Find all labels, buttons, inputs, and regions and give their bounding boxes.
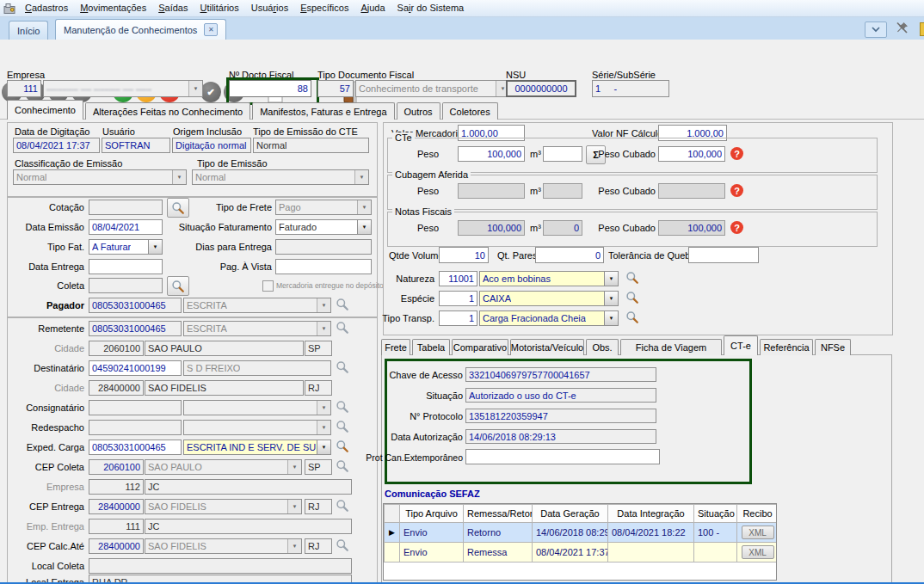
tipo-transp-combo[interactable]: Carga Fracionada Cheia▼ xyxy=(479,310,619,326)
unpin-icon[interactable] xyxy=(895,21,909,37)
tab-list-dropdown-button[interactable] xyxy=(865,22,887,38)
consignatario-search-icon[interactable] xyxy=(336,400,351,415)
chevron-down-icon[interactable]: ▼ xyxy=(604,292,618,305)
pag-vista-field[interactable] xyxy=(275,259,372,274)
subtab-obs[interactable]: Obs. xyxy=(586,339,619,355)
menu-item-saidas[interactable]: Saídas xyxy=(152,0,194,16)
close-tab-icon[interactable]: ✕ xyxy=(204,23,218,36)
destinatario-search-icon[interactable] xyxy=(336,360,351,376)
chevron-down-icon[interactable]: ▼ xyxy=(357,220,371,234)
tab-coletores[interactable]: Coletores xyxy=(442,102,498,120)
sit-fat-combo[interactable]: Faturado▼ xyxy=(275,219,372,235)
remetente-search-icon[interactable] xyxy=(336,321,351,336)
cte-peso-field[interactable]: 100,000 xyxy=(458,146,525,162)
table-row[interactable]: ▶ Envio Retorno 14/06/2018 08:29 08/04/2… xyxy=(385,523,778,543)
chevron-down-icon[interactable]: ▼ xyxy=(148,240,162,254)
destinatario-cnpj-field[interactable]: 04590241000199 xyxy=(89,360,182,376)
coleta-field xyxy=(89,278,163,293)
cubagem-peso-field xyxy=(458,183,525,199)
cutoff-icon xyxy=(920,22,924,36)
table-row[interactable]: Envio Remessa 08/04/2021 17:37 XML xyxy=(385,543,778,562)
exped-carga-nome-combo[interactable]: ESCRITA IND E SERV. DE SUP. P.▼ xyxy=(183,440,331,455)
subtab-motorista-veiculo[interactable]: Motorista/Veículo xyxy=(510,339,584,355)
cubagem-help-icon[interactable]: ? xyxy=(730,184,743,197)
sefaz-header-row: Tipo Arquivo Remessa/Retorno Data Geraçã… xyxy=(385,505,778,523)
cte-peso-cubado-field[interactable]: 100,000 xyxy=(658,146,725,162)
cidade-destinatario-uf-field: RJ xyxy=(305,380,332,396)
data-entrega-field[interactable] xyxy=(89,259,163,274)
menu-item-usuarios[interactable]: Usuários xyxy=(245,0,294,16)
xml-button[interactable]: XML xyxy=(742,526,774,539)
notas-help-icon[interactable]: ? xyxy=(730,221,743,234)
exped-carga-search-icon[interactable] xyxy=(336,440,351,455)
qt-pares-field[interactable]: 0 xyxy=(535,247,604,263)
remetente-label: Remetente xyxy=(9,323,84,334)
subtab-nfse[interactable]: NFSe xyxy=(815,339,851,355)
exped-carga-label: Exped. Carga xyxy=(9,442,84,452)
tolerancia-field[interactable] xyxy=(688,247,759,263)
tab-alteracoes[interactable]: Alterações Feitas no Conhecimento xyxy=(85,102,250,120)
local-coleta-label: Local Coleta xyxy=(9,561,84,571)
cte-m3-field[interactable] xyxy=(543,146,582,162)
prot-can-field[interactable] xyxy=(465,449,660,464)
confirm-button[interactable]: ✔ xyxy=(200,82,221,102)
natureza-code-field[interactable]: 11001 xyxy=(439,271,477,286)
tab-manifestos[interactable]: Manifestos, Faturas e Entrega xyxy=(252,102,394,120)
subtab-ficha-viagem[interactable]: Ficha de Viagem xyxy=(620,339,722,355)
subtab-frete[interactable]: Frete xyxy=(381,339,410,355)
tipo-transp-code-field[interactable]: 1 xyxy=(439,310,477,326)
subtab-cte[interactable]: CT-e xyxy=(724,335,758,355)
chevron-down-icon[interactable]: ▼ xyxy=(317,440,330,454)
especie-code-field[interactable]: 1 xyxy=(439,291,477,306)
sit-fat-label: Situação Faturamento xyxy=(169,222,272,232)
chave-acesso-label: Chave de Acesso xyxy=(370,370,463,380)
menu-item-ajuda[interactable]: Ajuda xyxy=(354,0,391,16)
cep-calc-search-icon[interactable] xyxy=(336,538,351,554)
tipo-fat-combo[interactable]: A Faturar▼ xyxy=(89,239,163,255)
especie-search-icon[interactable] xyxy=(625,291,641,306)
menu-item-utilitarios[interactable]: Utilitários xyxy=(194,0,244,16)
data-emissao-field[interactable]: 08/04/2021 xyxy=(89,219,163,235)
empresa-coleta-nome-field: JC xyxy=(145,479,352,495)
usuario-label: Usuário xyxy=(102,126,135,137)
tab-outros[interactable]: Outros xyxy=(397,102,440,120)
chevron-down-icon[interactable]: ▼ xyxy=(604,311,618,325)
natureza-combo[interactable]: Aco em bobinas▼ xyxy=(479,271,619,286)
cep-coleta-search-icon[interactable] xyxy=(336,459,351,475)
prot-can-label: Prot Can.Extemporâneo xyxy=(365,452,463,463)
chevron-down-icon: ▼ xyxy=(317,298,330,312)
qtde-volumes-field[interactable]: 10 xyxy=(439,247,489,263)
notas-m3-label: m³ xyxy=(530,223,541,233)
data-emissao-label: Data Emissão xyxy=(9,222,84,232)
tab-inicio[interactable]: Início xyxy=(9,21,48,40)
subtab-tabela[interactable]: Tabela xyxy=(412,339,450,355)
natureza-search-icon[interactable] xyxy=(625,271,641,286)
situacao-cte-field: Autorizado o uso do CT-e xyxy=(465,388,656,403)
especie-combo[interactable]: CAIXA▼ xyxy=(479,291,619,306)
chevron-down-icon[interactable]: ▼ xyxy=(604,272,618,286)
exped-carga-cnpj-field[interactable]: 08053031000465 xyxy=(89,440,182,455)
chevron-down-icon: ▼ xyxy=(287,460,301,474)
protocolo-label: N° Protocolo xyxy=(370,411,463,421)
dias-entrega-field xyxy=(275,239,372,255)
menu-item-movimentacoes[interactable]: Movimentações xyxy=(74,0,152,16)
tipo-transp-search-icon[interactable] xyxy=(625,310,641,326)
tab-conhecimento[interactable]: Conhecimento xyxy=(7,100,83,120)
xml-button[interactable]: XML xyxy=(742,545,774,559)
subtab-referencia[interactable]: Referência xyxy=(760,339,813,355)
menu-item-sair-do-sistema[interactable]: Sair do Sistema xyxy=(391,0,471,16)
cep-entrega-search-icon[interactable] xyxy=(336,499,351,514)
cte-peso-cubado-label: Peso Cubado xyxy=(594,149,656,159)
tab-manutencao-conhecimentos[interactable]: Manutenção de Conhecimentos ✕ xyxy=(55,19,226,40)
origem-field: Digitação normal xyxy=(172,138,251,153)
menu-item-especificos[interactable]: Específicos xyxy=(294,0,354,16)
redespacho-search-icon[interactable] xyxy=(336,420,351,435)
emp-entrega-nome-field: JC xyxy=(145,519,352,534)
pag-vista-label: Pag. À Vista xyxy=(169,261,272,272)
subtab-comparativo[interactable]: Comparativo xyxy=(452,339,508,355)
cte-help-icon[interactable]: ? xyxy=(730,147,743,160)
pagador-search-icon[interactable] xyxy=(336,298,351,313)
coleta-search-button[interactable] xyxy=(167,276,189,296)
menu-item-cadastros[interactable]: Cadastros xyxy=(19,0,74,16)
ndocto-field[interactable]: 88 xyxy=(229,80,311,97)
